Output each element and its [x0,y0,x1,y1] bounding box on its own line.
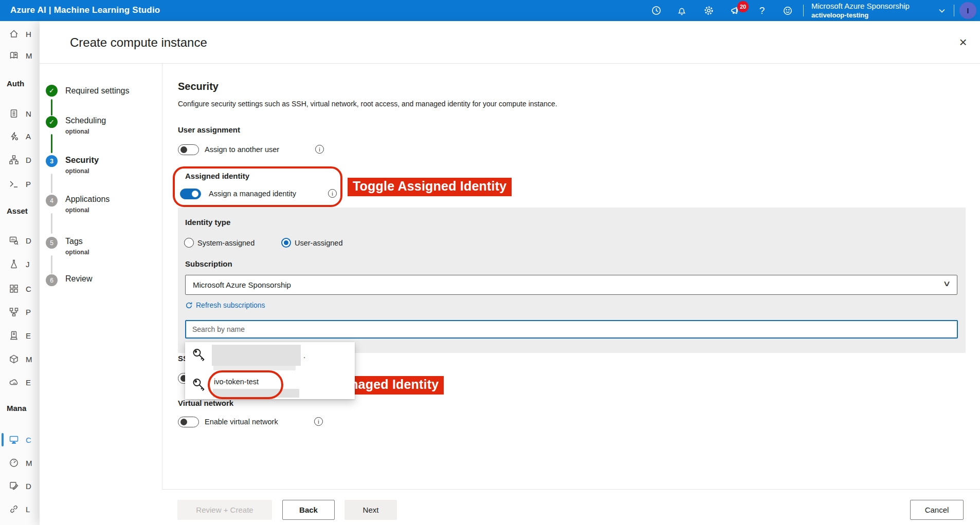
sidebar-item-environments[interactable]: E [0,327,40,344]
user-assignment-label: User assignment [178,125,240,134]
step-2-check: ✓ [46,116,58,128]
workspace-name: activeloop-testing [811,11,910,20]
next-button[interactable]: Next [344,500,397,520]
assign-other-user-label: Assign to another user [205,145,279,154]
step-3-label[interactable]: Security [65,155,99,165]
identity-option-1[interactable]: . [185,342,355,370]
selected-indicator [2,433,4,446]
sidebar-item-monitoring[interactable]: M [0,454,40,472]
info-icon[interactable]: i [315,145,324,154]
monitoring-gauge-icon [8,457,20,468]
step-4-number: 4 [46,195,58,207]
subscription-select[interactable]: Microsoft Azure Sponsorship ∨ [185,275,957,295]
sidebar-item-pipelines[interactable]: P [0,303,40,321]
header-divider [40,63,980,64]
topbar-divider [803,5,804,16]
back-button[interactable]: Back [282,500,335,520]
enable-vnet-toggle[interactable] [178,417,199,427]
sidebar-item-linked-services[interactable]: L [0,500,40,518]
sidebar-item-notebooks[interactable]: N [0,105,40,122]
assign-managed-identity-label: Assign a managed identity [209,190,296,198]
pipelines-icon [8,306,20,317]
notebooks-icon [8,108,20,119]
connector-1 [51,99,52,116]
step-1-label[interactable]: Required settings [65,86,130,96]
annotation-label-toggle: Toggle Assigned Identity [348,178,512,196]
refresh-subscriptions-link[interactable]: Refresh subscriptions [185,301,265,309]
key-icon [192,347,207,366]
jobs-flask-icon [8,258,20,270]
feedback-smiley-icon[interactable] [778,0,797,21]
sidebar-item-endpoints[interactable]: E [0,373,40,391]
enable-vnet-label: Enable virtual network [205,418,278,426]
notifications-bell-icon[interactable] [673,0,691,21]
help-icon[interactable]: ? [753,0,771,21]
connector-5 [51,255,52,274]
sidebar-item-prompt-flow[interactable]: P [0,175,40,193]
subscription-select-value: Microsoft Azure Sponsorship [186,280,291,289]
chevron-down-icon: ∨ [942,279,951,288]
data-icon [8,235,20,246]
info-icon[interactable]: i [328,189,337,198]
sidebar-item-jobs[interactable]: J [0,255,40,273]
assign-managed-identity-toggle[interactable] [180,189,201,199]
check-icon: ✓ [49,118,55,126]
screen: Azure AI | Machine Learning Studio 20 ? … [0,0,980,525]
system-assigned-radio[interactable] [184,238,194,248]
step-2-optional: optional [65,128,89,135]
sidebar-item-models[interactable]: M [0,350,40,368]
system-assigned-label: System-assigned [197,239,255,247]
step-6-label[interactable]: Review [65,274,92,284]
review-create-button[interactable]: Review + Create [177,500,272,520]
subscription-name: Microsoft Azure Sponsorship [811,2,910,11]
user-assigned-label: User-assigned [295,239,343,247]
check-icon: ✓ [49,87,55,95]
sidebar-item-compute[interactable]: C [0,431,40,448]
sidebar-item-data-labeling[interactable]: D [0,477,40,495]
step-5-number: 5 [46,237,58,249]
sidebar-item-designer[interactable]: D [0,151,40,168]
create-compute-instance-dialog: Create compute instance × ✓ Required set… [40,21,980,525]
sidebar-item-model-catalog[interactable]: M [0,47,40,64]
cancel-button[interactable]: Cancel [910,500,964,520]
sidebar-item-automated-ml[interactable]: A [0,127,40,145]
annotation-oval-select-identity [208,370,283,399]
chevron-down-icon[interactable] [933,0,951,21]
section-heading: Security [178,81,219,92]
info-icon[interactable]: i [314,417,323,426]
sidebar-item-home[interactable]: H [0,25,40,43]
user-avatar[interactable]: I [959,2,976,19]
step-5-label[interactable]: Tags [65,237,83,246]
connector-4 [51,213,52,234]
app-title: Azure AI | Machine Learning Studio [10,5,160,15]
step-4-optional: optional [65,207,89,214]
sidebar-section-authoring: Auth [7,79,24,88]
workspace-switcher[interactable]: Microsoft Azure Sponsorship activeloop-t… [811,2,910,20]
redacted-identity-subtext [213,366,296,370]
components-icon [8,283,20,294]
assign-other-user-toggle[interactable] [178,144,199,155]
user-assigned-radio[interactable] [281,238,291,248]
step-2-label[interactable]: Scheduling [65,116,106,125]
virtual-network-label: Virtual network [178,399,233,407]
endpoints-cloud-icon [8,377,20,388]
key-icon [192,377,207,396]
top-bar: Azure AI | Machine Learning Studio 20 ? … [0,0,980,21]
sidebar-item-components[interactable]: C [0,280,40,297]
sidebar-section-assets: Asset [7,207,28,215]
step-3-optional: optional [65,167,89,175]
topbar-divider-2 [954,5,954,16]
identity-search-input[interactable] [185,320,958,339]
settings-gear-icon[interactable] [699,0,718,21]
step-4-label[interactable]: Applications [65,195,110,204]
step-5-optional: optional [65,249,89,256]
sidebar-section-manage: Mana [7,404,26,413]
dialog-title: Create compute instance [70,35,207,50]
environments-icon [8,330,20,341]
clock-icon[interactable] [647,0,665,21]
close-icon[interactable]: × [954,33,972,51]
section-description: Configure security settings such as SSH,… [178,100,557,108]
stepper-divider [162,63,162,489]
designer-icon [8,154,20,165]
sidebar-item-data[interactable]: D [0,232,40,249]
